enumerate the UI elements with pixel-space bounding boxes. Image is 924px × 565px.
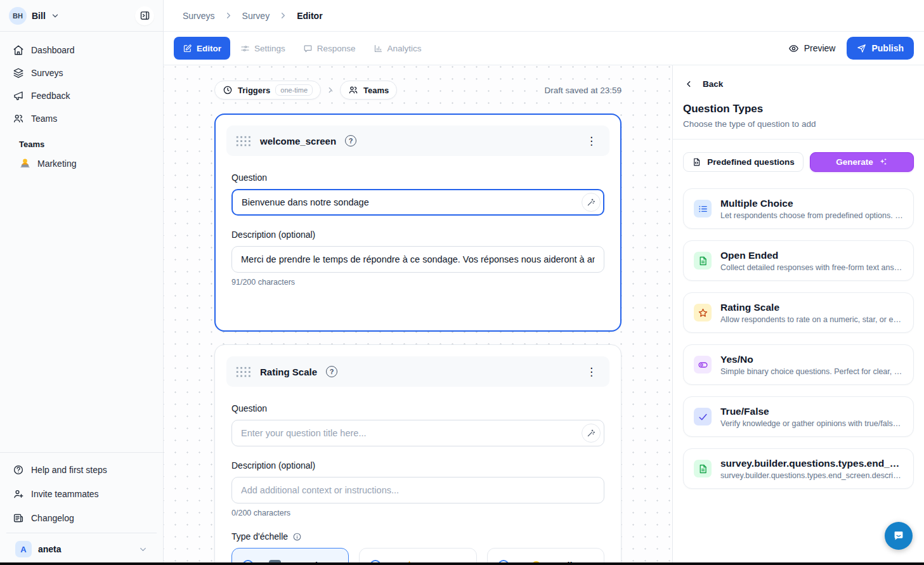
question-type-title: Open Ended: [720, 250, 903, 261]
file-code-icon: [692, 157, 701, 167]
account-menu[interactable]: A aneta: [6, 533, 157, 565]
tab-label: Analytics: [387, 44, 422, 53]
teams-chip[interactable]: Teams: [340, 81, 397, 100]
tab-response[interactable]: Response: [296, 37, 363, 60]
info-icon[interactable]: [292, 532, 302, 542]
predefined-questions-label: Predefined questions: [707, 157, 794, 167]
magic-wand-button[interactable]: [582, 193, 601, 212]
drag-handle-icon[interactable]: [235, 135, 251, 147]
publish-label: Publish: [871, 43, 904, 53]
sidebar-item-label: Changelog: [31, 513, 74, 523]
tab-analytics[interactable]: Analytics: [366, 37, 429, 60]
preview-label: Preview: [804, 43, 836, 53]
bar-chart-icon: [374, 44, 383, 53]
account-name: aneta: [38, 544, 132, 554]
users-icon: [348, 85, 358, 95]
help-circle-icon[interactable]: ?: [326, 366, 337, 377]
toggle-icon: [694, 356, 712, 373]
sidebar-footer: Help and first steps Invite teammates Ch…: [0, 452, 163, 565]
question-card-header: welcome_screen ? ⋮: [226, 126, 609, 156]
question-card-welcome-screen[interactable]: welcome_screen ? ⋮ Question: [214, 114, 621, 332]
chat-widget-button[interactable]: [885, 522, 913, 550]
question-card-rating-scale[interactable]: Rating Scale ? ⋮ Question: [214, 344, 621, 565]
question-type-true-false[interactable]: True/False Verify knowledge or gather op…: [683, 396, 914, 437]
question-type-title: survey.builder.questions.types.end_scr..…: [720, 458, 903, 469]
question-type-description: Verify knowledge or gather opinions with…: [720, 419, 903, 428]
technologist-emoji-icon: [19, 157, 31, 169]
trigger-frequency-badge: one-time: [275, 84, 313, 96]
description-input[interactable]: [231, 477, 604, 503]
description-input-wrap: [231, 477, 604, 503]
breadcrumb-editor: Editor: [297, 11, 322, 21]
question-field-label: Question: [231, 403, 604, 413]
triggers-chip[interactable]: Triggers one-time: [214, 81, 321, 100]
sidebar-item-dashboard[interactable]: Dashboard: [6, 39, 157, 61]
drag-handle-icon[interactable]: [235, 366, 251, 378]
back-button[interactable]: Back: [683, 79, 914, 89]
question-title-input[interactable]: [231, 189, 604, 216]
question-type-open-ended[interactable]: Open Ended Collect detailed responses wi…: [683, 240, 914, 281]
kebab-menu-icon[interactable]: ⋮: [582, 364, 601, 380]
question-input-wrap: [231, 420, 604, 446]
question-type-yes-no[interactable]: Yes/No Simple binary choice questions. P…: [683, 344, 914, 385]
workspace-switcher[interactable]: BH Bill: [0, 0, 163, 32]
question-card-title: welcome_screen: [260, 136, 336, 146]
help-circle-icon[interactable]: ?: [345, 135, 356, 146]
publish-button[interactable]: Publish: [847, 37, 914, 60]
chat-bubble-icon: [892, 529, 906, 543]
chevron-right-icon: [326, 86, 335, 94]
tab-editor[interactable]: Editor: [174, 37, 230, 60]
generate-button[interactable]: Generate: [810, 152, 914, 172]
editor-content: Triggers one-time Teams: [164, 65, 924, 565]
panel-title: Question Types: [683, 103, 914, 115]
chevron-down-icon: [51, 11, 60, 20]
description-input-wrap: [231, 246, 604, 273]
description-field-label: Description (optional): [231, 460, 604, 471]
description-input[interactable]: [231, 246, 604, 273]
sidebar-item-label: Dashboard: [31, 45, 75, 55]
back-label: Back: [703, 79, 723, 89]
sidebar-item-help[interactable]: Help and first steps: [6, 459, 157, 481]
breadcrumb-survey[interactable]: Survey: [242, 11, 270, 21]
preview-button[interactable]: Preview: [779, 37, 845, 60]
list-icon: [694, 200, 712, 218]
predefined-questions-button[interactable]: Predefined questions: [683, 152, 804, 172]
question-type-title: Rating Scale: [720, 302, 903, 313]
question-type-description: survey.builder.questions.types.end_scree…: [720, 471, 903, 480]
question-type-end-screen[interactable]: survey.builder.questions.types.end_scr..…: [683, 448, 914, 489]
kebab-menu-icon[interactable]: ⋮: [582, 133, 601, 149]
question-title-input[interactable]: [231, 420, 604, 446]
team-item-label: Marketing: [37, 159, 76, 169]
sidebar-toggle-button[interactable]: [135, 6, 154, 25]
clock-icon: [223, 85, 233, 95]
sidebar-item-surveys[interactable]: Surveys: [6, 62, 157, 84]
question-type-multiple-choice[interactable]: Multiple Choice Let respondents choose f…: [683, 188, 914, 229]
teams-section-header: Teams: [6, 131, 157, 153]
sidebar-item-label: Teams: [31, 114, 57, 124]
breadcrumb-surveys[interactable]: Surveys: [183, 11, 215, 21]
char-count: 91/200 characters: [231, 278, 604, 287]
sidebar-item-marketing[interactable]: Marketing: [6, 153, 157, 174]
sliders-icon: [240, 44, 250, 53]
wand-icon: [587, 198, 595, 207]
magic-wand-button[interactable]: [582, 424, 601, 443]
sidebar-item-teams[interactable]: Teams: [6, 108, 157, 129]
sidebar-item-changelog[interactable]: Changelog: [6, 507, 157, 529]
draft-status: Draft saved at 23:59: [544, 86, 621, 95]
question-type-description: Collect detailed responses with free-for…: [720, 263, 903, 272]
user-plus-icon: [13, 488, 24, 500]
question-type-title: True/False: [720, 406, 903, 417]
sidebar-nav: Dashboard Surveys Feedback Teams: [0, 32, 163, 174]
question-card-header: Rating Scale ? ⋮: [226, 356, 609, 387]
sidebar-item-feedback[interactable]: Feedback: [6, 85, 157, 107]
question-type-rating-scale[interactable]: Rating Scale Allow respondents to rate o…: [683, 292, 914, 333]
bottom-edge-strip: [0, 562, 924, 565]
question-type-description: Simple binary choice questions. Perfect …: [720, 367, 903, 376]
sidebar-item-invite[interactable]: Invite teammates: [6, 483, 157, 505]
tab-label: Editor: [197, 44, 221, 53]
triggers-chip-label: Triggers: [238, 86, 270, 95]
scale-type-label: Type d'échelle: [231, 531, 604, 542]
teams-chip-label: Teams: [363, 86, 389, 95]
tab-settings[interactable]: Settings: [233, 37, 293, 60]
question-card-title: Rating Scale: [260, 367, 317, 377]
